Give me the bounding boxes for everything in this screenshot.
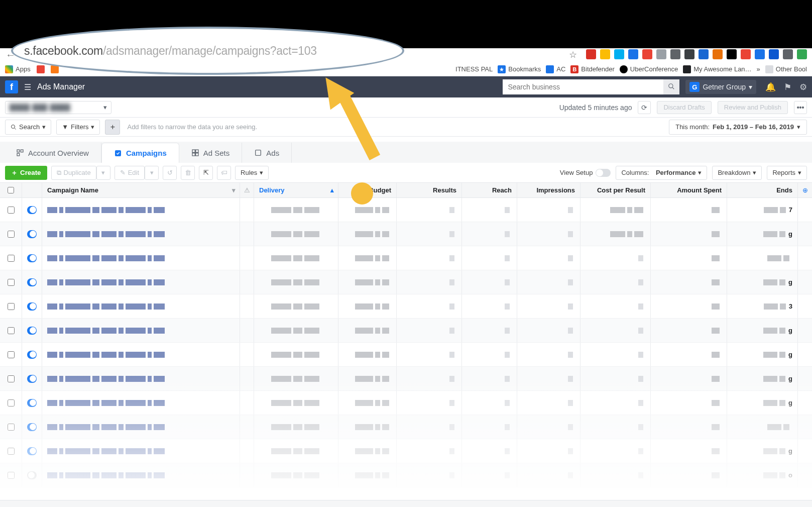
- ext-icon[interactable]: [741, 49, 751, 59]
- table-row[interactable]: g: [0, 222, 812, 246]
- row-checkbox[interactable]: [8, 399, 15, 407]
- row-toggle[interactable]: [27, 327, 37, 335]
- add-filter-button[interactable]: +: [105, 120, 120, 135]
- row-toggle[interactable]: [27, 206, 37, 214]
- other-bookmarks[interactable]: Other Bool: [765, 65, 807, 73]
- ext-icon[interactable]: [755, 49, 765, 59]
- col-cost-per-result[interactable]: Cost per Result: [581, 183, 651, 197]
- table-row[interactable]: g: [0, 367, 812, 391]
- col-ends[interactable]: Ends: [727, 183, 798, 197]
- cell-name[interactable]: [42, 391, 240, 415]
- row-toggle[interactable]: [27, 351, 37, 359]
- ext-icon[interactable]: [769, 49, 779, 59]
- col-results[interactable]: Results: [397, 183, 462, 197]
- table-row[interactable]: 3: [0, 294, 812, 319]
- col-delivery[interactable]: Delivery▴: [254, 183, 338, 197]
- search-input[interactable]: [503, 79, 663, 94]
- cell-name[interactable]: [42, 246, 240, 270]
- fb-logo-icon[interactable]: f: [5, 80, 18, 93]
- bookmark-overflow[interactable]: »: [757, 65, 760, 73]
- revert-button[interactable]: ↺: [163, 166, 177, 180]
- table-row[interactable]: g: [0, 439, 812, 463]
- business-selector[interactable]: G Getner Group ▾: [685, 80, 756, 94]
- table-row[interactable]: g: [0, 270, 812, 294]
- cell-name[interactable]: [42, 319, 240, 342]
- ext-icon[interactable]: [797, 49, 807, 59]
- row-checkbox[interactable]: [8, 472, 15, 479]
- row-checkbox[interactable]: [8, 231, 15, 238]
- tab-campaigns[interactable]: Campaigns: [101, 143, 179, 163]
- delete-button[interactable]: 🗑: [181, 166, 195, 180]
- discard-drafts-button[interactable]: Discard Drafts: [657, 101, 711, 114]
- apps-shortcut[interactable]: Apps: [5, 65, 31, 73]
- bookmark-item[interactable]: AC: [546, 65, 565, 73]
- table-row[interactable]: 7: [0, 198, 812, 222]
- row-toggle[interactable]: [27, 471, 37, 479]
- review-publish-button[interactable]: Review and Publish: [718, 101, 788, 114]
- row-toggle[interactable]: [27, 399, 37, 407]
- row-toggle[interactable]: [27, 254, 37, 262]
- cell-name[interactable]: [42, 367, 240, 390]
- row-toggle[interactable]: [27, 302, 37, 311]
- view-setup-toggle[interactable]: View Setup: [560, 169, 611, 177]
- search-button[interactable]: Search▾: [5, 120, 51, 135]
- table-row[interactable]: g: [0, 343, 812, 367]
- table-row[interactable]: [0, 246, 812, 270]
- row-checkbox[interactable]: [8, 448, 15, 455]
- more-menu-button[interactable]: •••: [794, 101, 807, 114]
- filters-button[interactable]: ▼Filters▾: [56, 120, 100, 135]
- account-selector[interactable]: ████ ███ ████ ▾: [5, 101, 111, 114]
- table-row[interactable]: o: [0, 463, 812, 487]
- row-toggle[interactable]: [27, 423, 37, 431]
- bookmark-item[interactable]: My Awesome Lan…: [683, 65, 751, 73]
- tab-adsets[interactable]: Ad Sets: [179, 143, 243, 163]
- tag-button[interactable]: 🏷: [217, 166, 231, 180]
- col-reach[interactable]: Reach: [462, 183, 517, 197]
- row-checkbox[interactable]: [8, 375, 15, 382]
- date-range-button[interactable]: This month:Feb 1, 2019 – Feb 16, 2019▾: [669, 120, 807, 135]
- edit-button[interactable]: ✎Edit: [114, 166, 145, 180]
- columns-button[interactable]: Columns: Performance ▾: [616, 166, 707, 180]
- row-checkbox[interactable]: [8, 424, 15, 431]
- bell-icon[interactable]: 🔔: [765, 82, 776, 92]
- ext-icon[interactable]: [783, 49, 793, 59]
- ext-icon[interactable]: [600, 49, 610, 59]
- duplicate-button[interactable]: ⧉Duplicate: [51, 166, 96, 180]
- gmail-icon[interactable]: [37, 65, 45, 73]
- table-row[interactable]: g: [0, 319, 812, 343]
- table-row[interactable]: [0, 415, 812, 439]
- search-button[interactable]: [663, 79, 679, 94]
- flag-icon[interactable]: ⚑: [784, 82, 791, 92]
- col-impressions[interactable]: Impressions: [517, 183, 581, 197]
- ext-icon[interactable]: [713, 49, 723, 59]
- cell-name[interactable]: [42, 270, 240, 294]
- row-checkbox[interactable]: [8, 255, 15, 262]
- cell-name[interactable]: [42, 294, 240, 318]
- row-checkbox[interactable]: [8, 303, 15, 310]
- col-amount-spent[interactable]: Amount Spent: [651, 183, 727, 197]
- row-toggle[interactable]: [27, 375, 37, 383]
- export-button[interactable]: ⇱: [199, 166, 213, 180]
- row-toggle[interactable]: [27, 447, 37, 455]
- cell-name[interactable]: [42, 222, 240, 246]
- row-toggle[interactable]: [27, 278, 37, 286]
- bookmark-item[interactable]: ITNESS PAL: [455, 65, 493, 73]
- cell-name[interactable]: [42, 463, 240, 487]
- bookmark-item[interactable]: BBitdefender: [570, 65, 615, 73]
- refresh-button[interactable]: ⟳: [638, 101, 651, 114]
- create-button[interactable]: ＋Create: [5, 166, 47, 180]
- ext-icon[interactable]: [656, 49, 666, 59]
- row-toggle[interactable]: [27, 230, 37, 238]
- rules-button[interactable]: Rules▾: [235, 166, 269, 180]
- ext-icon[interactable]: [684, 49, 694, 59]
- col-campaign-name[interactable]: Campaign Name▾: [42, 183, 240, 197]
- col-checkbox[interactable]: [0, 183, 22, 197]
- ext-icon[interactable]: [586, 49, 596, 59]
- edit-menu-button[interactable]: ▾: [145, 166, 159, 180]
- tab-account-overview[interactable]: Account Overview: [4, 143, 101, 163]
- gear-icon[interactable]: ⚙: [799, 82, 807, 92]
- ext-icon[interactable]: [614, 49, 624, 59]
- cell-name[interactable]: [42, 343, 240, 366]
- ext-icon[interactable]: [642, 49, 652, 59]
- reports-button[interactable]: Reports ▾: [767, 166, 807, 180]
